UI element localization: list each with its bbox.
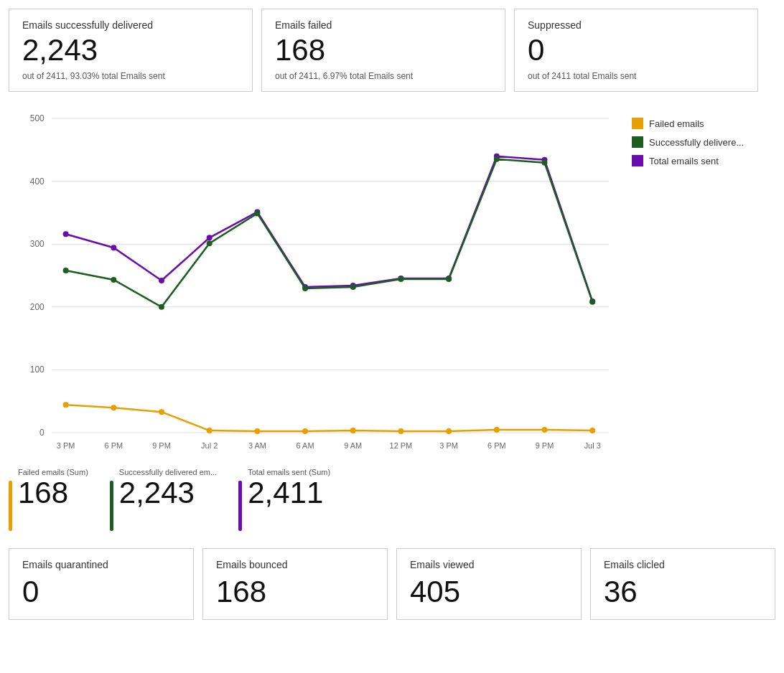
svg-text:6 PM: 6 PM [487, 441, 506, 450]
quarantined-value: 0 [22, 575, 180, 609]
legend-item-total: Total emails sent [632, 155, 775, 166]
svg-point-52 [254, 428, 260, 434]
bottom-card-viewed: Emails viewed 405 [396, 548, 582, 620]
svg-point-49 [111, 405, 116, 410]
svg-point-53 [302, 428, 308, 434]
svg-point-44 [446, 276, 452, 282]
legend-label-delivered: Successfully delivere... [649, 137, 744, 148]
svg-text:3 AM: 3 AM [248, 441, 266, 450]
svg-point-43 [398, 276, 403, 282]
suppressed-subtitle: out of 2411 total Emails sent [528, 71, 745, 81]
summary-value-failed: 168 [18, 476, 88, 509]
svg-point-48 [63, 402, 69, 408]
summary-bar-failed [9, 481, 12, 531]
failed-value: 168 [275, 34, 492, 67]
bottom-card-clicked: Emails clicled 36 [590, 548, 775, 620]
svg-point-24 [63, 232, 69, 237]
chart-legend: Failed emails Successfully delivere... T… [632, 103, 775, 462]
svg-text:3 PM: 3 PM [439, 441, 458, 450]
bounced-value: 168 [216, 575, 374, 609]
svg-point-54 [350, 428, 356, 433]
svg-text:6 AM: 6 AM [297, 441, 314, 450]
summary-value-total: 2,411 [248, 476, 330, 509]
legend-item-delivered: Successfully delivere... [632, 136, 775, 148]
svg-point-59 [589, 428, 595, 433]
svg-point-40 [254, 211, 260, 217]
svg-point-57 [494, 427, 500, 433]
legend-label-total: Total emails sent [649, 156, 719, 166]
delivered-value: 2,243 [22, 34, 239, 67]
top-cards-section: Emails successfully delivered 2,243 out … [0, 0, 784, 92]
svg-text:9 PM: 9 PM [536, 441, 554, 450]
svg-text:12 PM: 12 PM [390, 441, 413, 450]
svg-point-56 [446, 428, 452, 434]
svg-point-55 [398, 428, 403, 434]
svg-point-47 [589, 299, 595, 305]
stat-card-delivered: Emails successfully delivered 2,243 out … [9, 9, 253, 92]
svg-text:9 PM: 9 PM [152, 441, 171, 450]
bottom-card-bounced: Emails bounced 168 [202, 548, 388, 620]
svg-text:Jul 3: Jul 3 [584, 441, 601, 450]
failed-title: Emails failed [275, 19, 492, 31]
clicked-value: 36 [604, 575, 762, 609]
svg-point-39 [207, 240, 213, 246]
delivered-subtitle: out of 2411, 93.03% total Emails sent [22, 71, 239, 81]
summary-bar-delivered [110, 481, 113, 531]
svg-point-26 [159, 278, 164, 283]
legend-color-delivered [632, 136, 643, 148]
legend-color-failed [632, 118, 643, 129]
viewed-value: 405 [410, 575, 568, 609]
summary-value-delivered: 2,243 [119, 476, 217, 509]
legend-label-failed: Failed emails [649, 118, 704, 129]
svg-text:500: 500 [30, 113, 45, 123]
stat-card-suppressed: Suppressed 0 out of 2411 total Emails se… [514, 9, 758, 92]
svg-point-46 [542, 160, 548, 166]
svg-point-38 [159, 304, 164, 310]
stat-card-failed: Emails failed 168 out of 2411, 6.97% tot… [261, 9, 505, 92]
svg-point-51 [207, 428, 213, 433]
bottom-cards-section: Emails quarantined 0 Emails bounced 168 … [0, 540, 784, 629]
clicked-title: Emails clicled [604, 559, 762, 570]
svg-point-41 [302, 286, 308, 291]
line-chart: 500 400 300 200 100 0 3 PM 6 PM 9 PM Jul… [9, 103, 623, 462]
svg-point-42 [350, 284, 356, 290]
legend-color-total [632, 155, 643, 166]
legend-item-failed: Failed emails [632, 118, 775, 129]
svg-text:400: 400 [30, 177, 45, 187]
svg-text:100: 100 [30, 365, 45, 375]
svg-text:9 AM: 9 AM [344, 441, 362, 450]
summary-item-failed: Failed emails (Sum) 168 [9, 468, 88, 531]
svg-text:200: 200 [30, 302, 45, 312]
bottom-card-quarantined: Emails quarantined 0 [9, 548, 194, 620]
quarantined-title: Emails quarantined [22, 559, 180, 570]
svg-text:Jul 2: Jul 2 [201, 441, 218, 450]
summary-row: Failed emails (Sum) 168 Successfully del… [0, 462, 784, 540]
svg-point-37 [111, 277, 116, 283]
summary-item-total: Total emails sent (Sum) 2,411 [238, 468, 330, 531]
svg-point-45 [494, 156, 500, 162]
svg-point-58 [542, 427, 548, 433]
chart-area: 500 400 300 200 100 0 3 PM 6 PM 9 PM Jul… [9, 103, 623, 462]
svg-point-25 [111, 245, 116, 250]
summary-bar-total [238, 481, 242, 531]
svg-point-50 [159, 409, 164, 415]
svg-text:3 PM: 3 PM [57, 441, 75, 450]
svg-text:0: 0 [39, 428, 45, 438]
delivered-title: Emails successfully delivered [22, 19, 239, 31]
viewed-title: Emails viewed [410, 559, 568, 570]
svg-point-27 [207, 235, 213, 240]
svg-text:6 PM: 6 PM [105, 441, 123, 450]
chart-section: 500 400 300 200 100 0 3 PM 6 PM 9 PM Jul… [0, 92, 784, 462]
suppressed-title: Suppressed [528, 19, 745, 31]
chart-container: 500 400 300 200 100 0 3 PM 6 PM 9 PM Jul… [9, 103, 623, 462]
bounced-title: Emails bounced [216, 559, 374, 570]
failed-subtitle: out of 2411, 6.97% total Emails sent [275, 71, 492, 81]
svg-text:300: 300 [30, 239, 45, 249]
summary-item-delivered: Successfully delivered em... 2,243 [110, 468, 217, 531]
suppressed-value: 0 [528, 34, 745, 67]
svg-point-36 [63, 268, 69, 273]
